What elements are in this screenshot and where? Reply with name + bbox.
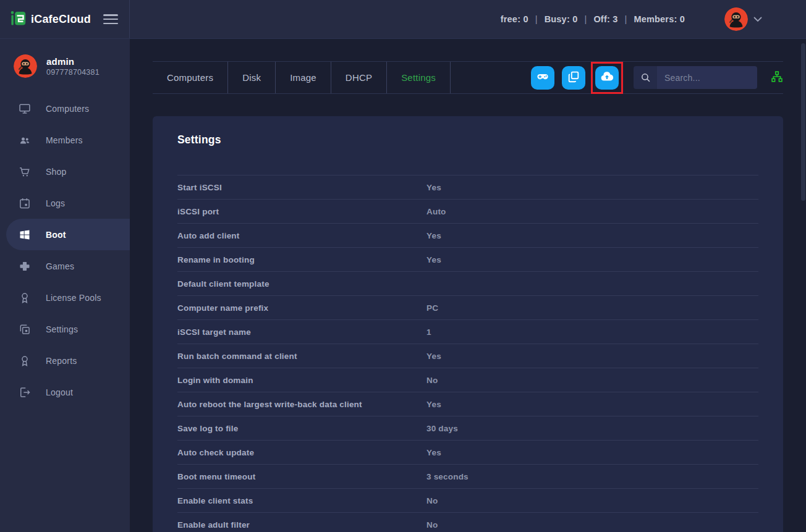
windows-icon <box>19 229 31 241</box>
layers-icon <box>19 323 31 336</box>
game-settings-button[interactable] <box>531 66 554 90</box>
stat-off: Off: 3 <box>593 14 617 24</box>
sidebar-item-reports[interactable]: Reports <box>0 345 130 376</box>
members-icon <box>19 134 31 146</box>
sidebar-item-logout[interactable]: Logout <box>0 376 130 408</box>
settings-row-start-iscsi[interactable]: Start iSCSI Yes <box>177 175 758 199</box>
settings-row-enable-client-stats[interactable]: Enable client stats No <box>177 488 758 512</box>
chevron-down-icon <box>753 17 762 22</box>
settings-row-iscsi-port[interactable]: iSCSI port Auto <box>177 199 758 223</box>
search-box <box>634 66 757 89</box>
stat-busy: Busy: 0 <box>545 14 578 24</box>
cloud-upload-icon <box>600 69 614 86</box>
brand-name: iCafeCloud <box>31 13 91 26</box>
sidebar-item-logs[interactable]: Logs <box>0 187 130 219</box>
stat-separator: | <box>584 14 587 24</box>
badge-icon <box>19 355 31 367</box>
gamepad-icon <box>536 70 549 85</box>
settings-row-auto-reboot-writeback[interactable]: Auto reboot the largest write-back data … <box>177 392 758 416</box>
settings-row-default-client-template[interactable]: Default client template <box>177 271 758 295</box>
brand-logo[interactable]: iCafeCloud <box>10 10 91 29</box>
topbar-left: iCafeCloud <box>0 0 130 38</box>
tab-bar: Computers Disk Image DHCP Settings <box>153 62 451 93</box>
tab-computers[interactable]: Computers <box>153 62 228 93</box>
stat-separator: | <box>624 14 627 24</box>
hamburger-menu-icon[interactable] <box>103 14 118 24</box>
settings-row-save-log-to-file[interactable]: Save log to file 30 days <box>177 416 758 440</box>
sidebar-item-license-pools[interactable]: License Pools <box>0 282 130 313</box>
settings-row-iscsi-target-name[interactable]: iSCSI target name 1 <box>177 319 758 344</box>
tab-image[interactable]: Image <box>276 62 331 93</box>
settings-row-boot-menu-timeout[interactable]: Boot menu timeout 3 seconds <box>177 464 758 488</box>
sidebar-item-settings[interactable]: Settings <box>0 313 130 345</box>
highlight-red-box <box>591 62 623 94</box>
search-icon[interactable] <box>634 66 657 89</box>
monitor-icon <box>19 103 31 115</box>
sidebar-item-members[interactable]: Members <box>0 124 130 156</box>
copy-icon <box>567 70 580 85</box>
icafecloud-logo-icon <box>10 10 27 29</box>
stat-separator: | <box>535 14 538 24</box>
search-input[interactable] <box>657 66 757 89</box>
tab-settings[interactable]: Settings <box>387 62 451 93</box>
calendar-icon <box>19 197 31 209</box>
page-title: Settings <box>177 133 758 146</box>
tab-disk[interactable]: Disk <box>228 62 276 93</box>
main-content: Computers Disk Image DHCP Settings <box>130 39 806 532</box>
logout-icon <box>19 386 31 399</box>
cart-icon <box>19 166 31 178</box>
settings-row-computer-name-prefix[interactable]: Computer name prefix PC <box>177 295 758 319</box>
avatar <box>724 7 748 31</box>
sidebar-user-block: admin 097778704381 <box>0 39 130 91</box>
settings-row-auto-add-client[interactable]: Auto add client Yes <box>177 223 758 247</box>
user-phone: 097778704381 <box>46 68 100 77</box>
user-menu[interactable] <box>724 7 762 31</box>
network-icon <box>771 70 783 85</box>
copy-image-button[interactable] <box>562 66 585 90</box>
topbar: iCafeCloud free: 0 | Busy: 0 | Off: 3 | … <box>0 0 806 39</box>
toolbar: Computers Disk Image DHCP Settings <box>153 61 783 94</box>
cloud-upload-button[interactable] <box>595 66 619 90</box>
stat-free: free: 0 <box>501 14 528 24</box>
status-counters: free: 0 | Busy: 0 | Off: 3 | Members: 0 <box>501 14 685 24</box>
settings-row-auto-check-update[interactable]: Auto check update Yes <box>177 440 758 464</box>
settings-row-login-with-domain[interactable]: Login with domain No <box>177 368 758 392</box>
scrollbar-thumb[interactable] <box>801 43 805 201</box>
user-name: admin <box>46 56 100 68</box>
avatar <box>14 54 37 78</box>
sidebar-item-games[interactable]: Games <box>0 250 130 282</box>
toolbar-actions <box>524 62 783 94</box>
sidebar-item-computers[interactable]: Computers <box>0 93 130 124</box>
sidebar-item-shop[interactable]: Shop <box>0 156 130 187</box>
settings-row-run-batch-command[interactable]: Run batch command at client Yes <box>177 344 758 368</box>
settings-row-enable-adult-filter[interactable]: Enable adult filter No <box>177 512 758 532</box>
dpad-icon <box>19 260 31 272</box>
topbar-right: free: 0 | Busy: 0 | Off: 3 | Members: 0 <box>130 7 806 31</box>
sidebar-item-boot[interactable]: Boot <box>6 219 130 250</box>
sidebar-nav: Computers Members Shop Logs Boot <box>0 93 130 408</box>
stat-members: Members: 0 <box>634 14 685 24</box>
sidebar: admin 097778704381 Computers Members Sho… <box>0 39 130 532</box>
network-boot-button[interactable] <box>771 70 783 85</box>
tab-dhcp[interactable]: DHCP <box>331 62 387 93</box>
settings-row-rename-in-booting[interactable]: Rename in booting Yes <box>177 247 758 271</box>
settings-panel: Settings Start iSCSI Yes iSCSI port Auto… <box>153 116 783 532</box>
badge-icon <box>19 292 31 304</box>
